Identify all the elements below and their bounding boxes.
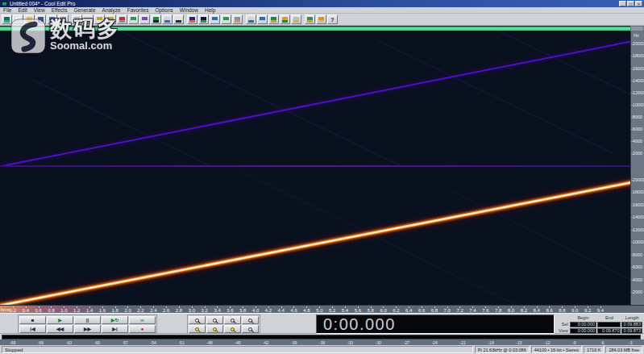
level-meter-scale[interactable]: -69-66-63-60-57-54-51-48-45-42-39-36-33-… — [0, 339, 644, 345]
frequency-analysis-button[interactable] — [151, 15, 161, 24]
menu-item-options[interactable]: Options — [152, 7, 176, 14]
frequency-ruler[interactable]: Hz-20000-18000-16000-14000-12000-10000-8… — [630, 31, 644, 305]
sel-end-field[interactable] — [597, 322, 621, 327]
play-button[interactable]: ▶ — [47, 316, 73, 324]
menu-item-edit[interactable]: Edit — [15, 7, 30, 14]
freq-label-left: -6000 — [631, 127, 642, 131]
cue-list-button[interactable] — [210, 15, 220, 24]
transport-row: ■▶||▶↻∞ — [19, 316, 156, 324]
zoom-controls — [187, 314, 260, 334]
trim-button[interactable] — [128, 15, 139, 24]
scripts-icon — [318, 17, 324, 23]
equalizer-icon — [248, 17, 254, 23]
batch-process-button[interactable] — [291, 15, 301, 24]
reverb-button[interactable] — [257, 15, 268, 24]
zoom-in-vertical-button[interactable] — [224, 325, 241, 333]
batch-process-icon — [293, 17, 299, 23]
status-free-space: 284.03 MB free — [605, 346, 642, 353]
spectral-pane-right-channel[interactable] — [0, 167, 630, 305]
horizontal-navigation-bar[interactable] — [0, 26, 630, 31]
open-file-button[interactable] — [24, 15, 35, 24]
go-to-beginning-button[interactable]: |◀ — [19, 325, 46, 333]
redo-button[interactable] — [58, 15, 69, 24]
delete-selection-button[interactable] — [117, 15, 127, 24]
pause-button[interactable]: || — [74, 316, 101, 324]
menu-item-window[interactable]: Window — [177, 7, 202, 14]
zoom-in-horizontal-button[interactable] — [189, 316, 206, 324]
zoom-out-horizontal-button[interactable] — [206, 316, 223, 324]
spectral-view-button[interactable] — [187, 15, 197, 24]
sel-length-field[interactable]: 0:09.883 — [621, 322, 642, 327]
menu-item-favorites[interactable]: Favorites — [124, 7, 152, 14]
zoom-in-left-edge-icon — [195, 327, 199, 331]
rewind-button[interactable]: ◀◀ — [47, 325, 73, 333]
left-alias-artifact-line — [32, 80, 210, 165]
view-begin-field[interactable]: 0:00.000 — [570, 328, 596, 334]
new-file-button[interactable] — [13, 15, 23, 24]
zoom-to-selection-icon — [248, 319, 252, 323]
time-display: 0:00.000 — [316, 314, 555, 334]
go-to-end-button[interactable]: ▶| — [102, 325, 128, 333]
fast-forward-button[interactable]: ▶▶ — [74, 325, 101, 333]
favorites-add-button[interactable] — [305, 15, 315, 24]
play-looped-button[interactable]: ▶↻ — [102, 316, 128, 324]
freq-label-right: -20000 — [631, 177, 644, 182]
view-length-field[interactable]: 0:09.873 — [621, 328, 642, 334]
zoom-to-selection-button[interactable] — [242, 316, 259, 324]
view-end-field[interactable]: 0:09.870 — [597, 328, 621, 334]
minimize-button[interactable]: _ — [619, 1, 626, 6]
paste-button[interactable] — [94, 15, 105, 24]
edit-view-toggle-button[interactable] — [2, 15, 12, 24]
selview-row-label: Sel — [558, 322, 569, 327]
menu-item-file[interactable]: File — [0, 7, 15, 14]
new-file-icon — [15, 17, 21, 23]
normalize-button[interactable] — [280, 15, 290, 24]
navigation-bar-end-button[interactable] — [630, 26, 644, 31]
menu-item-effects[interactable]: Effects — [48, 7, 71, 14]
amplitude-statistics-button[interactable] — [162, 15, 172, 24]
zoom-out-vertical-button[interactable] — [242, 325, 259, 333]
equalizer-button[interactable] — [246, 15, 256, 24]
undo-button[interactable] — [47, 15, 57, 24]
help-button[interactable]: ? — [327, 15, 338, 24]
sel-begin-field[interactable]: 0:00.000 — [570, 322, 596, 327]
play-list-button[interactable] — [221, 15, 231, 24]
spectral-pane-left-channel[interactable] — [0, 31, 630, 165]
zoom-full-button[interactable] — [224, 316, 241, 324]
copy-button[interactable] — [83, 15, 93, 24]
cut-button[interactable] — [72, 15, 82, 24]
save-file-button[interactable] — [35, 15, 46, 24]
play-to-end-button[interactable]: ∞ — [129, 316, 156, 324]
waveform-view-button[interactable] — [198, 15, 209, 24]
zoom-out-horizontal-icon — [213, 319, 217, 323]
cue-list-icon — [212, 17, 218, 23]
copy-icon — [85, 17, 91, 23]
menu-item-view[interactable]: View — [31, 7, 48, 14]
cd-player-button[interactable] — [232, 15, 243, 24]
menu-item-generate[interactable]: Generate — [70, 7, 98, 14]
zoom-in-right-edge-button[interactable] — [206, 325, 223, 333]
stop-button[interactable]: ■ — [19, 316, 46, 324]
selview-row-view: View0:00.0000:09.8700:09.873 — [558, 327, 642, 334]
noise-reduction-button[interactable] — [268, 15, 279, 24]
menu-item-help[interactable]: Help — [202, 7, 218, 14]
waveform-view-icon — [201, 17, 206, 23]
freq-label-right: -14000 — [631, 214, 644, 219]
control-bar: ■▶||▶↻∞|◀◀◀▶▶▶|● 0:00.000 BeginEndLength… — [0, 313, 644, 334]
status-cursor-position: Pt 21.63kHz @ 0:03.086 — [475, 346, 530, 353]
freq-label-right: -8000 — [631, 252, 642, 257]
close-button[interactable]: × — [635, 1, 642, 6]
zoom-row — [189, 316, 259, 324]
convert-sample-type-button[interactable] — [139, 15, 150, 24]
menu-bar: FileEditViewEffectsGenerateAnalyzeFavori… — [0, 7, 644, 14]
scripts-button[interactable] — [316, 15, 326, 24]
toolbar: ? — [0, 14, 644, 26]
zoom-in-left-edge-button[interactable] — [189, 325, 206, 333]
record-button[interactable]: ● — [129, 325, 156, 333]
timeline-ruler[interactable]: hms0.20.40.60.81.01.21.41.61.82.02.22.42… — [0, 305, 644, 313]
find-beats-button[interactable] — [173, 15, 184, 24]
menu-item-analyze[interactable]: Analyze — [99, 7, 124, 14]
mix-paste-button[interactable] — [106, 15, 116, 24]
maximize-button[interactable]: □ — [627, 1, 634, 6]
delete-selection-icon — [119, 17, 125, 23]
